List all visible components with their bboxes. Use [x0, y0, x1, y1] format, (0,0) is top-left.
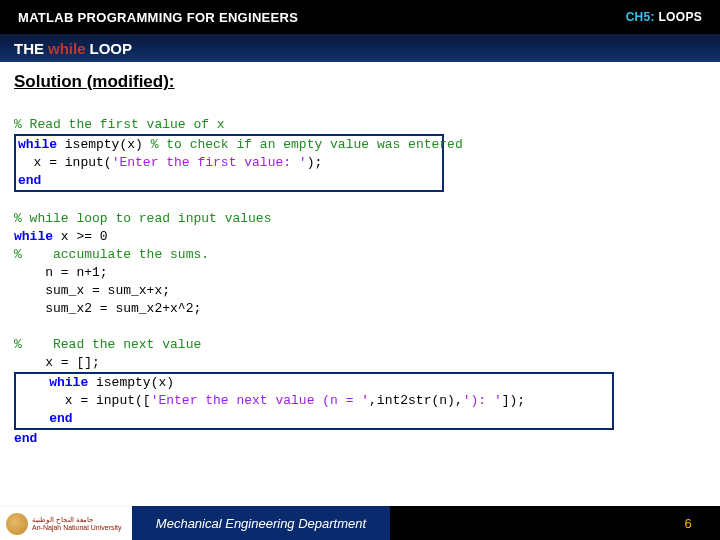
university-name: جامعة النجاح الوطنية An-Najah National U… — [32, 516, 121, 532]
footer: جامعة النجاح الوطنية An-Najah National U… — [0, 506, 720, 540]
university-logo: جامعة النجاح الوطنية An-Najah National U… — [0, 506, 132, 540]
solution-heading: Solution (modified): — [14, 72, 706, 92]
footer-spacer — [390, 506, 656, 540]
slide-title: THE while LOOP — [0, 34, 720, 62]
content-area: Solution (modified): % Read the first va… — [0, 62, 720, 448]
course-title: MATLAB PROGRAMMING FOR ENGINEERS — [18, 10, 298, 25]
page-number: 6 — [656, 506, 720, 540]
highlight-box-1: while isempty(x) % to check if an empty … — [14, 134, 444, 192]
department-label: Mechanical Engineering Department — [132, 506, 390, 540]
highlight-box-2: while isempty(x) x = input(['Enter the n… — [14, 372, 614, 430]
top-bar: MATLAB PROGRAMMING FOR ENGINEERS CH5: LO… — [0, 0, 720, 34]
code-block: % Read the first value of x while isempt… — [14, 98, 706, 448]
logo-emblem-icon — [6, 513, 28, 535]
chapter-label: CH5: LOOPS — [626, 10, 702, 24]
